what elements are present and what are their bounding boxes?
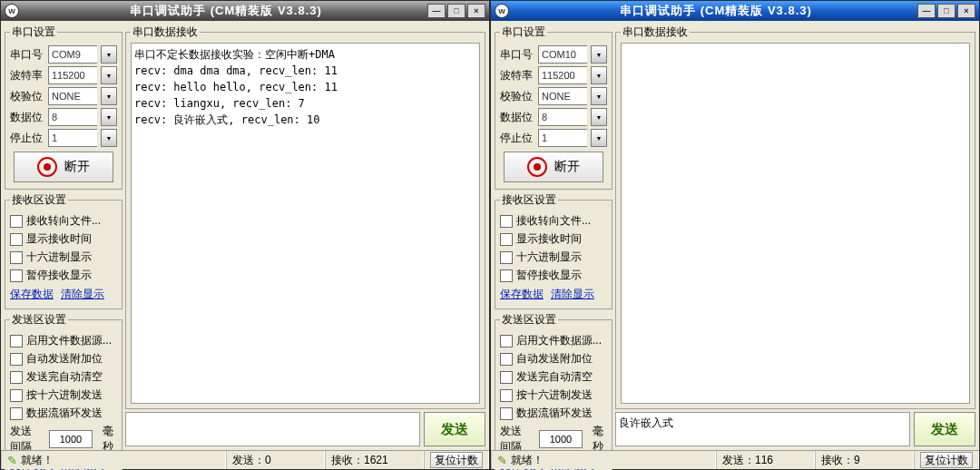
show-time-checkbox[interactable]: 显示接收时间 bbox=[10, 231, 117, 247]
minimize-button[interactable]: — bbox=[917, 4, 936, 18]
window-right: W 串口调试助手 (CM精装版 V3.8.3) — □ × 串口设置 串口号▼ … bbox=[490, 0, 980, 470]
pause-display-checkbox[interactable]: 暂停接收显示 bbox=[10, 268, 117, 283]
baud-select[interactable] bbox=[538, 66, 587, 84]
chevron-down-icon[interactable]: ▼ bbox=[101, 108, 117, 126]
stop-select[interactable] bbox=[48, 129, 97, 147]
recv-count: 1621 bbox=[364, 454, 388, 466]
clear-display-link[interactable]: 清除显示 bbox=[551, 287, 594, 302]
clear-display-link[interactable]: 清除显示 bbox=[61, 287, 104, 302]
maximize-button[interactable]: □ bbox=[937, 4, 956, 18]
statusbar: ✎就绪！ 发送：116 接收：9 复位计数 bbox=[491, 450, 979, 469]
titlebar[interactable]: W 串口调试助手 (CM精装版 V3.8.3) — □ × bbox=[491, 1, 979, 21]
recv-textarea[interactable] bbox=[131, 43, 480, 404]
sent-count: 0 bbox=[265, 454, 271, 466]
recv-to-file-checkbox[interactable]: 接收转向文件... bbox=[500, 213, 607, 229]
window-title: 串口调试助手 (CM精装版 V3.8.3) bbox=[24, 3, 427, 19]
minimize-button[interactable]: — bbox=[427, 4, 446, 18]
close-button[interactable]: × bbox=[957, 4, 975, 18]
chevron-down-icon[interactable]: ▼ bbox=[591, 66, 607, 84]
status-ready: 就绪！ bbox=[21, 453, 54, 468]
recv-settings-legend: 接收区设置 bbox=[10, 192, 68, 208]
leaf-icon: ✎ bbox=[497, 454, 507, 467]
baud-label: 波特率 bbox=[10, 68, 44, 83]
stop-select[interactable] bbox=[538, 129, 587, 147]
app-icon: W bbox=[495, 4, 509, 18]
parity-select[interactable] bbox=[48, 87, 97, 105]
leaf-icon: ✎ bbox=[7, 454, 17, 467]
recv-area-group: 串口数据接收 bbox=[125, 24, 485, 409]
chevron-down-icon[interactable]: ▼ bbox=[101, 66, 117, 84]
send-settings-group: 发送区设置 启用文件数据源... 自动发送附加位 发送完自动清空 按十六进制发送… bbox=[495, 312, 612, 470]
send-settings-legend: 发送区设置 bbox=[10, 312, 68, 328]
app-icon: W bbox=[5, 4, 19, 18]
save-data-link[interactable]: 保存数据 bbox=[10, 287, 54, 302]
interval-input[interactable] bbox=[539, 430, 583, 448]
loop-send-checkbox[interactable]: 数据流循环发送 bbox=[10, 406, 117, 421]
chevron-down-icon[interactable]: ▼ bbox=[101, 129, 117, 147]
send-settings-group: 发送区设置 启用文件数据源... 自动发送附加位 发送完自动清空 按十六进制发送… bbox=[5, 312, 122, 470]
chevron-down-icon[interactable]: ▼ bbox=[101, 87, 117, 105]
close-button[interactable]: × bbox=[467, 4, 485, 18]
serial-settings-group: 串口设置 串口号▼ 波特率▼ 校验位▼ 数据位▼ 停止位▼ 断开 bbox=[495, 24, 612, 190]
file-source-checkbox[interactable]: 启用文件数据源... bbox=[500, 333, 607, 348]
reset-count-button[interactable]: 复位计数 bbox=[430, 452, 483, 468]
send-button[interactable]: 发送 bbox=[914, 412, 975, 446]
send-textarea[interactable] bbox=[615, 412, 910, 446]
show-time-checkbox[interactable]: 显示接收时间 bbox=[500, 231, 607, 247]
recv-area-legend: 串口数据接收 bbox=[131, 24, 200, 40]
hex-display-checkbox[interactable]: 十六进制显示 bbox=[10, 250, 117, 265]
recv-settings-group: 接收区设置 接收转向文件... 显示接收时间 十六进制显示 暂停接收显示 保存数… bbox=[495, 192, 612, 309]
chevron-down-icon[interactable]: ▼ bbox=[591, 45, 607, 64]
file-source-checkbox[interactable]: 启用文件数据源... bbox=[10, 333, 117, 348]
save-data-link[interactable]: 保存数据 bbox=[500, 287, 544, 302]
recv-count: 9 bbox=[854, 454, 860, 466]
chevron-down-icon[interactable]: ▼ bbox=[591, 129, 607, 147]
statusbar: ✎就绪！ 发送：0 接收：1621 复位计数 bbox=[1, 450, 489, 469]
auto-clear-checkbox[interactable]: 发送完自动清空 bbox=[10, 369, 117, 385]
recv-textarea[interactable] bbox=[621, 43, 970, 404]
titlebar[interactable]: W 串口调试助手 (CM精装版 V3.8.3) — □ × bbox=[1, 1, 489, 21]
connection-icon bbox=[527, 157, 547, 177]
pause-display-checkbox[interactable]: 暂停接收显示 bbox=[500, 268, 607, 283]
sent-count: 116 bbox=[755, 454, 773, 466]
window-body: 串口设置 串口号▼ 波特率▼ 校验位▼ 数据位▼ 停止位▼ 断开 接收区设置 接… bbox=[1, 21, 489, 450]
stop-label: 停止位 bbox=[500, 131, 534, 146]
serial-settings-legend: 串口设置 bbox=[10, 24, 57, 40]
window-left: W 串口调试助手 (CM精装版 V3.8.3) — □ × 串口设置 串口号▼ … bbox=[0, 0, 490, 470]
auto-clear-checkbox[interactable]: 发送完自动清空 bbox=[500, 369, 607, 385]
data-label: 数据位 bbox=[10, 110, 44, 125]
loop-send-checkbox[interactable]: 数据流循环发送 bbox=[500, 406, 607, 421]
interval-input[interactable] bbox=[49, 430, 93, 448]
auto-append-checkbox[interactable]: 自动发送附加位 bbox=[10, 351, 117, 367]
data-select[interactable] bbox=[48, 108, 97, 126]
chevron-down-icon[interactable]: ▼ bbox=[101, 45, 117, 64]
send-button[interactable]: 发送 bbox=[424, 412, 485, 446]
chevron-down-icon[interactable]: ▼ bbox=[591, 87, 607, 105]
parity-select[interactable] bbox=[538, 87, 587, 105]
auto-append-checkbox[interactable]: 自动发送附加位 bbox=[500, 351, 607, 367]
data-select[interactable] bbox=[538, 108, 587, 126]
port-label: 串口号 bbox=[10, 47, 44, 63]
recv-area-group: 串口数据接收 bbox=[615, 24, 975, 409]
status-ready: 就绪！ bbox=[511, 453, 544, 468]
reset-count-button[interactable]: 复位计数 bbox=[920, 452, 973, 468]
chevron-down-icon[interactable]: ▼ bbox=[591, 108, 607, 126]
connection-icon bbox=[37, 157, 57, 177]
port-label: 串口号 bbox=[500, 47, 534, 63]
serial-settings-legend: 串口设置 bbox=[500, 24, 547, 40]
disconnect-button[interactable]: 断开 bbox=[504, 152, 603, 182]
recv-to-file-checkbox[interactable]: 接收转向文件... bbox=[10, 213, 117, 229]
send-settings-legend: 发送区设置 bbox=[500, 312, 558, 328]
port-select[interactable] bbox=[48, 45, 97, 64]
hex-display-checkbox[interactable]: 十六进制显示 bbox=[500, 250, 607, 265]
disconnect-button[interactable]: 断开 bbox=[14, 152, 113, 182]
baud-select[interactable] bbox=[48, 66, 97, 84]
send-textarea[interactable] bbox=[125, 412, 420, 446]
data-label: 数据位 bbox=[500, 110, 534, 125]
port-select[interactable] bbox=[538, 45, 587, 64]
hex-send-checkbox[interactable]: 按十六进制发送 bbox=[500, 387, 607, 403]
hex-send-checkbox[interactable]: 按十六进制发送 bbox=[10, 387, 117, 403]
recv-settings-legend: 接收区设置 bbox=[500, 192, 558, 208]
maximize-button[interactable]: □ bbox=[447, 4, 466, 18]
window-body: 串口设置 串口号▼ 波特率▼ 校验位▼ 数据位▼ 停止位▼ 断开 接收区设置 接… bbox=[491, 21, 979, 450]
